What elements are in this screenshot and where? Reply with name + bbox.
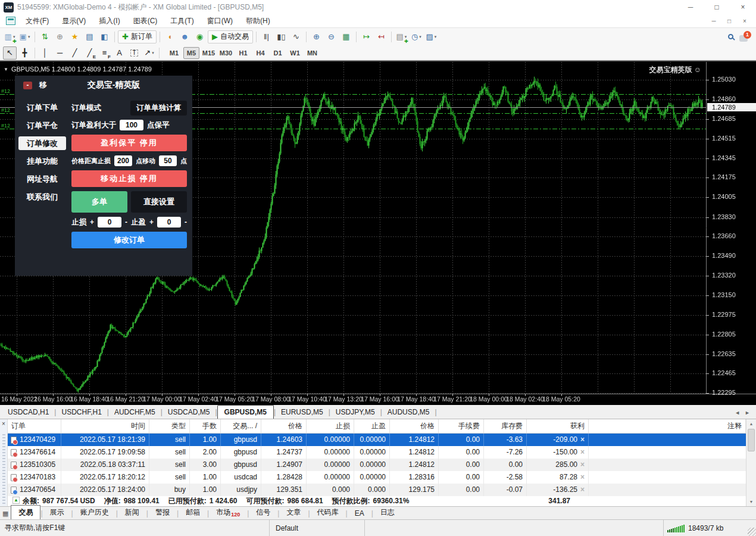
chart-tab-AUDCHF,M5[interactable]: AUDCHF,M5 xyxy=(109,406,161,419)
tp-plus-button[interactable]: + xyxy=(149,218,154,226)
panel-nav-订单修改[interactable]: 订单修改 xyxy=(18,136,66,150)
tabs-scroll-right-icon[interactable]: ► xyxy=(745,410,750,416)
column-header[interactable]: 价格 xyxy=(390,419,439,433)
tp-input[interactable]: 0 xyxy=(157,217,181,228)
search-icon[interactable] xyxy=(728,34,733,39)
close-order-icon[interactable]: × xyxy=(580,459,585,471)
terminal-tab-EA[interactable]: EA xyxy=(348,507,371,519)
terminal-tab-交易[interactable]: 交易 xyxy=(11,505,40,519)
order-mode-button[interactable]: 订单单独计算 xyxy=(130,101,187,116)
timeframe-W1[interactable]: W1 xyxy=(287,47,303,59)
community-icon[interactable]: ◉ xyxy=(193,30,207,43)
terminal-tab-展示[interactable]: 展示 xyxy=(43,506,71,519)
terminal-tab-警报[interactable]: 警报 xyxy=(148,506,177,519)
modify-order-button[interactable]: 修改订单 xyxy=(71,232,187,248)
timeframe-H1[interactable]: H1 xyxy=(235,47,251,59)
terminal-tab-市场[interactable]: 市场120 xyxy=(209,506,247,519)
terminal-tab-新闻[interactable]: 新闻 xyxy=(118,506,146,519)
terminal-tab-信号[interactable]: 信号 xyxy=(249,506,277,519)
timeframe-D1[interactable]: D1 xyxy=(270,47,286,59)
favorites-icon[interactable]: ★ xyxy=(68,30,82,43)
column-header[interactable]: 价格 xyxy=(261,419,307,433)
sl-input[interactable]: 0 xyxy=(98,217,121,228)
timeframe-M5[interactable]: M5 xyxy=(183,47,199,59)
new-order-button[interactable]: ✚新订单 xyxy=(118,30,157,43)
close-button[interactable]: × xyxy=(730,0,756,14)
chart-tab-USDJPY,M5[interactable]: USDJPY,M5 xyxy=(330,406,380,419)
chart-shift-icon[interactable]: ↤ xyxy=(374,30,388,43)
order-row[interactable]: 1234766142022.05.17 19:09:58sell2.00gbpu… xyxy=(8,446,746,459)
resize-grip[interactable] xyxy=(748,528,756,536)
tabs-scroll-left-icon[interactable]: ◄ xyxy=(735,410,740,416)
scroll-up-icon[interactable]: ▲ xyxy=(746,422,756,426)
trendline-tool[interactable]: ╱ xyxy=(68,46,82,60)
panel-minimize-button[interactable]: - xyxy=(23,82,32,89)
data-window-icon[interactable]: ◧ xyxy=(98,30,111,43)
one-click-trading-arrow[interactable]: ▼ xyxy=(4,67,8,72)
channel-tool[interactable]: ╱E xyxy=(83,46,96,60)
scrollbar-thumb[interactable] xyxy=(748,429,755,451)
crosshair-tool[interactable]: ╋ xyxy=(18,46,32,60)
menu-item[interactable]: 插入(I) xyxy=(92,14,126,28)
terminal-tab-日志[interactable]: 日志 xyxy=(373,506,402,519)
tile-windows-icon[interactable]: ▦ xyxy=(339,30,353,43)
candlestick-chart-icon[interactable]: ▮▯ xyxy=(274,30,288,43)
fibonacci-tool[interactable]: ≡F xyxy=(98,46,111,60)
time-axis[interactable]: 16 May 202216 May 16:0016 May 18:4016 Ma… xyxy=(0,394,706,404)
navigator-icon[interactable]: ⊕ xyxy=(53,30,67,43)
direct-set-button[interactable]: 直接设置 xyxy=(131,191,187,213)
symbols-panel-icon[interactable]: ▤ xyxy=(83,30,96,43)
column-header[interactable]: 交易... / xyxy=(221,419,261,433)
auto-scroll-icon[interactable]: ↦ xyxy=(360,30,373,43)
sl-minus-button[interactable]: - xyxy=(125,218,127,226)
chart-tab-USDCAD,M5[interactable]: USDCAD,M5 xyxy=(163,406,215,419)
chart-window-icon[interactable] xyxy=(6,17,15,25)
tp-minus-button[interactable]: - xyxy=(185,218,187,226)
line-chart-icon[interactable]: ∿ xyxy=(289,30,303,43)
scroll-down-icon[interactable]: ▼ xyxy=(746,500,756,504)
close-order-icon[interactable]: × xyxy=(580,471,585,484)
chart-profiles-icon[interactable]: ▣▾ xyxy=(18,30,32,43)
new-chart-icon[interactable]: ▥✚▾ xyxy=(3,30,17,43)
notifications-icon[interactable]: 1 xyxy=(739,32,750,42)
column-header[interactable]: 订单 xyxy=(8,419,61,433)
trail-step-input[interactable]: 50 xyxy=(159,155,177,166)
panel-nav-联系我们[interactable]: 联系我们 xyxy=(18,190,66,204)
panel-nav-挂单功能[interactable]: 挂单功能 xyxy=(18,154,66,168)
trail-distance-input[interactable]: 200 xyxy=(114,155,132,166)
order-row[interactable]: 1235103052022.05.18 03:37:11sell3.00gbpu… xyxy=(8,459,746,471)
terminal-tab-文章[interactable]: 文章 xyxy=(279,506,308,519)
menu-item[interactable]: 图表(C) xyxy=(127,14,164,28)
arrows-tool[interactable]: ↗▾ xyxy=(142,46,156,60)
timeframe-M30[interactable]: M30 xyxy=(218,47,234,59)
periods-icon[interactable]: ◷▾ xyxy=(410,30,423,43)
breakeven-toggle-button[interactable]: 盈利保平 停用 xyxy=(71,135,187,151)
panel-nav-网址导航[interactable]: 网址导航 xyxy=(18,172,66,186)
panel-move-handle[interactable]: 移 xyxy=(39,80,47,91)
profit-threshold-input[interactable]: 100 xyxy=(120,120,143,130)
chart-tab-EURUSD,M5[interactable]: EURUSD,M5 xyxy=(276,406,329,419)
terminal-tab-代码库[interactable]: 代码库 xyxy=(310,506,346,519)
column-header[interactable]: 类型 xyxy=(149,419,190,433)
timeframe-M15[interactable]: M15 xyxy=(201,47,217,59)
menu-item[interactable]: 窗口(W) xyxy=(201,14,239,28)
text-tool[interactable]: A xyxy=(113,46,126,60)
bars-chart-icon[interactable]: ‖| xyxy=(260,30,273,43)
column-header[interactable]: 时间 xyxy=(61,419,149,433)
column-header[interactable]: 库存费 xyxy=(484,419,527,433)
indicators-icon[interactable]: ▤✚▾ xyxy=(395,30,408,43)
sl-plus-button[interactable]: + xyxy=(90,218,94,226)
menu-item[interactable]: 工具(T) xyxy=(164,14,200,28)
templates-icon[interactable]: ▨▾ xyxy=(424,30,438,43)
zoom-out-icon[interactable]: ⊖ xyxy=(324,30,338,43)
menu-item[interactable]: 显示(V) xyxy=(55,14,92,28)
close-order-icon[interactable]: × xyxy=(580,446,585,459)
terminal-tab-账户历史[interactable]: 账户历史 xyxy=(73,506,116,519)
column-header[interactable]: 手数 xyxy=(190,419,221,433)
cursor-tool[interactable]: ↖ xyxy=(3,46,17,60)
column-header[interactable]: 止损 xyxy=(307,419,354,433)
megaphone-icon[interactable]: ◖ xyxy=(163,30,177,43)
child-restore-button[interactable]: □ xyxy=(721,15,737,26)
maximize-button[interactable]: □ xyxy=(704,0,730,14)
chart-tab-AUDUSD,M5[interactable]: AUDUSD,M5 xyxy=(382,406,435,419)
